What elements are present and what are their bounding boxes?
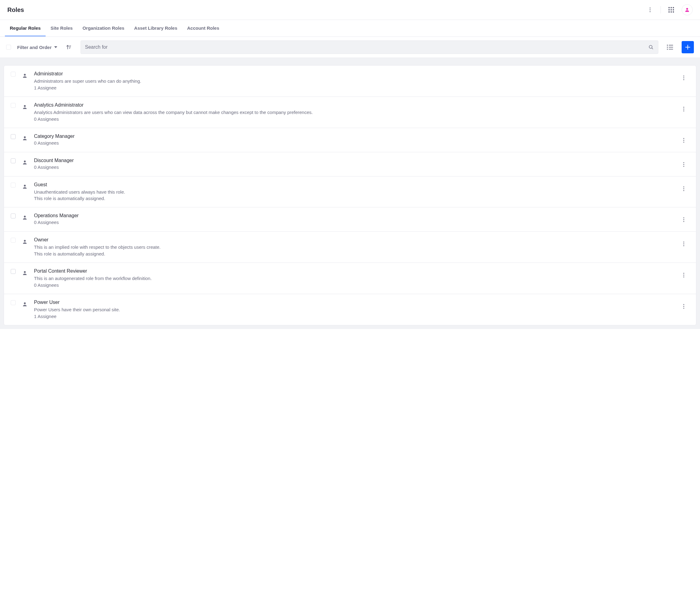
- row-more-button[interactable]: [678, 183, 689, 194]
- role-row[interactable]: Analytics AdministratorAnalytics Adminis…: [4, 97, 696, 128]
- role-description: Unauthenticated users always have this r…: [34, 189, 673, 195]
- search-icon: [648, 44, 654, 50]
- role-subtext: 0 Assignees: [34, 220, 673, 225]
- svg-point-49: [683, 221, 684, 222]
- role-title: Portal Content Reviewer: [34, 268, 673, 274]
- row-check-wrap: [11, 237, 16, 243]
- role-row[interactable]: OwnerThis is an implied role with respec…: [4, 232, 696, 263]
- row-checkbox[interactable]: [11, 134, 16, 139]
- svg-point-32: [683, 109, 684, 110]
- row-more-button[interactable]: [678, 214, 689, 225]
- role-title: Power User: [34, 300, 673, 305]
- search-box: [80, 41, 658, 54]
- row-body: Portal Content ReviewerThis is an autoge…: [34, 268, 673, 288]
- row-more-button[interactable]: [678, 159, 689, 170]
- row-more-button[interactable]: [678, 103, 689, 115]
- row-checkbox[interactable]: [11, 183, 16, 188]
- svg-point-0: [649, 7, 650, 8]
- svg-rect-21: [669, 47, 673, 47]
- header-more-button[interactable]: [645, 4, 656, 15]
- svg-point-41: [683, 166, 684, 167]
- sort-button[interactable]: [64, 42, 74, 53]
- row-actions: [678, 300, 689, 312]
- svg-point-44: [683, 188, 684, 189]
- row-more-button[interactable]: [678, 135, 689, 146]
- svg-point-30: [24, 105, 26, 107]
- row-checkbox[interactable]: [11, 300, 16, 305]
- svg-point-51: [683, 242, 684, 243]
- row-check-wrap: [11, 158, 16, 163]
- row-checkbox[interactable]: [11, 269, 16, 274]
- row-checkbox[interactable]: [11, 72, 16, 77]
- role-row[interactable]: Portal Content ReviewerThis is an autoge…: [4, 263, 696, 294]
- row-more-button[interactable]: [678, 72, 689, 83]
- svg-rect-20: [667, 47, 668, 48]
- row-checkbox[interactable]: [11, 238, 16, 243]
- row-actions: [678, 237, 689, 249]
- svg-rect-5: [673, 7, 674, 8]
- role-title: Discount Manager: [34, 158, 673, 163]
- kebab-icon: [649, 7, 651, 12]
- row-body: OwnerThis is an implied role with respec…: [34, 237, 673, 257]
- row-actions: [678, 158, 689, 170]
- row-actions: [678, 268, 689, 281]
- svg-rect-19: [669, 45, 673, 46]
- apps-button[interactable]: [666, 4, 677, 15]
- tab-asset-library-roles[interactable]: Asset Library Roles: [129, 20, 182, 37]
- row-body: Discount Manager0 Assignees: [34, 158, 673, 170]
- role-row[interactable]: GuestUnauthenticated users always have t…: [4, 176, 696, 208]
- role-description: Administrators are super users who can d…: [34, 78, 673, 85]
- role-title: Administrator: [34, 71, 673, 77]
- role-subtext: 1 Assignee: [34, 85, 673, 90]
- role-row[interactable]: AdministratorAdministrators are super us…: [4, 66, 696, 97]
- row-actions: [678, 102, 689, 115]
- add-button[interactable]: [682, 41, 694, 53]
- tab-organization-roles[interactable]: Organization Roles: [77, 20, 129, 37]
- row-checkbox[interactable]: [11, 214, 16, 218]
- user-avatar-button[interactable]: [682, 4, 693, 15]
- select-all-checkbox[interactable]: [6, 45, 11, 50]
- role-description: This is an implied role with respect to …: [34, 244, 673, 250]
- filter-order-button[interactable]: Filter and Order: [17, 45, 57, 50]
- svg-rect-8: [673, 9, 674, 10]
- tab-account-roles[interactable]: Account Roles: [182, 20, 224, 37]
- row-actions: [678, 71, 689, 83]
- role-row[interactable]: Operations Manager0 Assignees: [4, 208, 696, 232]
- row-more-button[interactable]: [678, 301, 689, 312]
- row-body: Category Manager0 Assignees: [34, 134, 673, 145]
- search-input[interactable]: [85, 44, 648, 50]
- row-more-button[interactable]: [678, 270, 689, 281]
- apps-grid-icon: [669, 7, 674, 13]
- svg-point-39: [683, 162, 684, 163]
- row-more-button[interactable]: [678, 238, 689, 249]
- svg-point-57: [683, 276, 684, 277]
- toolbar: Filter and Order: [0, 37, 700, 58]
- user-icon: [21, 102, 28, 110]
- svg-line-17: [652, 48, 653, 49]
- tabs: Regular RolesSite RolesOrganization Role…: [0, 20, 700, 37]
- svg-point-53: [683, 245, 684, 246]
- role-row[interactable]: Power UserPower Users have their own per…: [4, 294, 696, 325]
- user-icon: [21, 213, 28, 220]
- role-title: Guest: [34, 182, 673, 188]
- tab-site-roles[interactable]: Site Roles: [46, 20, 78, 37]
- caret-down-icon: [54, 46, 57, 48]
- role-row[interactable]: Category Manager0 Assignees: [4, 128, 696, 152]
- list-view-button[interactable]: [665, 42, 675, 53]
- row-check-wrap: [11, 102, 16, 108]
- header-actions: [645, 4, 693, 15]
- role-row[interactable]: Discount Manager0 Assignees: [4, 152, 696, 176]
- svg-point-60: [683, 306, 684, 307]
- user-icon: [21, 268, 28, 276]
- svg-rect-11: [673, 11, 674, 13]
- row-checkbox[interactable]: [11, 103, 16, 108]
- svg-point-42: [24, 185, 26, 187]
- tab-regular-roles[interactable]: Regular Roles: [5, 20, 46, 37]
- role-title: Operations Manager: [34, 213, 673, 218]
- role-subtext: 0 Assignees: [34, 116, 673, 122]
- row-checkbox[interactable]: [11, 159, 16, 163]
- svg-point-12: [686, 8, 688, 10]
- svg-point-48: [683, 219, 684, 220]
- svg-point-26: [24, 74, 26, 76]
- svg-point-59: [683, 304, 684, 305]
